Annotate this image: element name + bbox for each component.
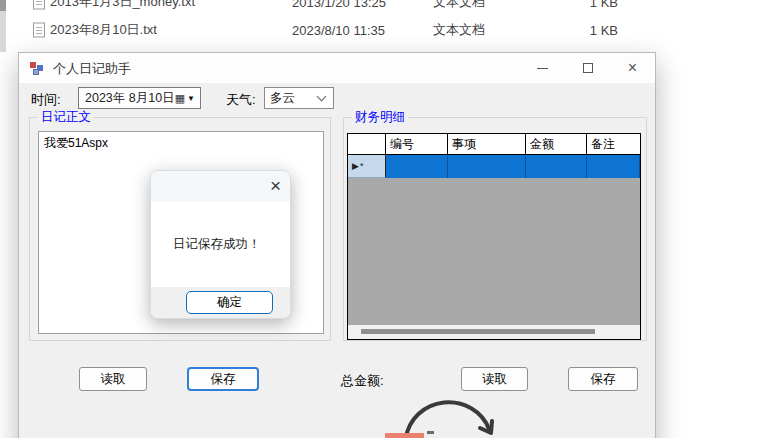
grid-background — [348, 178, 640, 325]
finance-save-button[interactable]: 保存 — [568, 367, 638, 391]
grid-corner-cell[interactable] — [348, 134, 386, 155]
maximize-button[interactable] — [565, 53, 610, 83]
diary-read-button[interactable]: 读取 — [79, 367, 147, 391]
screen: 2013年1月3日_money.txt 2013/1/20 13:25 文本文档… — [0, 0, 757, 438]
text-file-icon — [33, 23, 45, 38]
maximize-icon — [583, 63, 593, 73]
close-button[interactable]: × — [610, 53, 655, 83]
file-row-diary[interactable]: 2023年8月10日.txt 2023/8/10 11:35 文本文档 1 KB — [0, 15, 757, 45]
messagebox-titlebar[interactable]: × — [151, 171, 290, 202]
finance-group-label: 财务明细 — [352, 109, 408, 126]
logo-red-bar — [385, 433, 424, 438]
file-modified: 2013/1/20 13:25 — [292, 0, 386, 10]
new-row-indicator-icon[interactable]: ▶* — [348, 155, 386, 178]
app-icon — [30, 61, 45, 76]
calendar-icon: ▦ — [175, 92, 185, 105]
grid-cell[interactable] — [386, 155, 448, 178]
grid-cell[interactable] — [587, 155, 640, 178]
window-title: 个人日记助手 — [53, 60, 131, 78]
time-label: 时间: — [31, 91, 61, 109]
file-size: 1 KB — [560, 23, 618, 38]
diary-save-button[interactable]: 保存 — [187, 367, 259, 391]
weather-combobox[interactable]: 多云 — [264, 87, 334, 109]
diary-group-label: 日记正文 — [38, 109, 94, 126]
finance-read-button[interactable]: 读取 — [461, 367, 528, 391]
grid-new-row[interactable]: ▶* — [348, 155, 640, 178]
grid-cell[interactable] — [448, 155, 526, 178]
file-size: 1 KB — [560, 0, 618, 10]
column-header[interactable]: 金额 — [526, 134, 587, 155]
column-header[interactable]: 编号 — [386, 134, 448, 155]
messagebox-footer: 确定 — [151, 287, 290, 319]
minimize-icon — [537, 68, 548, 69]
messagebox-body: 日记保存成功！ — [151, 202, 290, 287]
scrollbar-thumb[interactable] — [361, 329, 595, 334]
messagebox-text: 日记保存成功！ — [151, 236, 261, 253]
finance-groupbox: 财务明细 编号 事项 金额 备注 ▶* — [343, 117, 647, 341]
weather-label: 天气: — [226, 91, 256, 109]
close-icon: × — [628, 60, 637, 76]
date-value[interactable]: 2023年 8月10日 — [79, 90, 175, 107]
text-file-icon — [33, 0, 45, 10]
file-name[interactable]: 2023年8月10日.txt — [50, 21, 157, 39]
close-icon[interactable]: × — [270, 175, 281, 198]
grid-header-row: 编号 事项 金额 备注 — [348, 134, 640, 155]
total-amount-label: 总金额: — [341, 372, 384, 390]
file-modified: 2023/8/10 11:35 — [292, 23, 385, 38]
minimize-button[interactable] — [520, 53, 565, 83]
circular-arrow-icon — [370, 392, 510, 438]
window-titlebar[interactable]: 个人日记助手 × — [19, 53, 655, 83]
column-header[interactable]: 事项 — [448, 134, 526, 155]
finance-datagrid[interactable]: 编号 事项 金额 备注 ▶* — [347, 133, 641, 340]
column-header[interactable]: 备注 — [587, 134, 640, 155]
file-type: 文本文档 — [433, 21, 485, 39]
save-success-messagebox: × 日记保存成功！ 确定 — [150, 170, 291, 319]
weather-value: 多云 — [265, 90, 318, 107]
file-name[interactable]: 2013年1月3日_money.txt — [50, 0, 195, 11]
dropdown-arrow-icon[interactable]: ▼ — [187, 94, 195, 103]
diary-assistant-window: 个人日记助手 × 时间: 2023年 8月10日 ▦ ▼ 天气: 多云 日记正文… — [18, 52, 656, 438]
chevron-down-icon[interactable] — [317, 92, 327, 102]
logo-mark — [427, 431, 434, 434]
grid-cell[interactable] — [526, 155, 587, 178]
date-picker[interactable]: 2023年 8月10日 ▦ ▼ — [78, 87, 201, 109]
grid-horizontal-scrollbar[interactable] — [348, 325, 640, 339]
file-type: 文本文档 — [433, 0, 485, 11]
ok-button[interactable]: 确定 — [186, 291, 273, 314]
